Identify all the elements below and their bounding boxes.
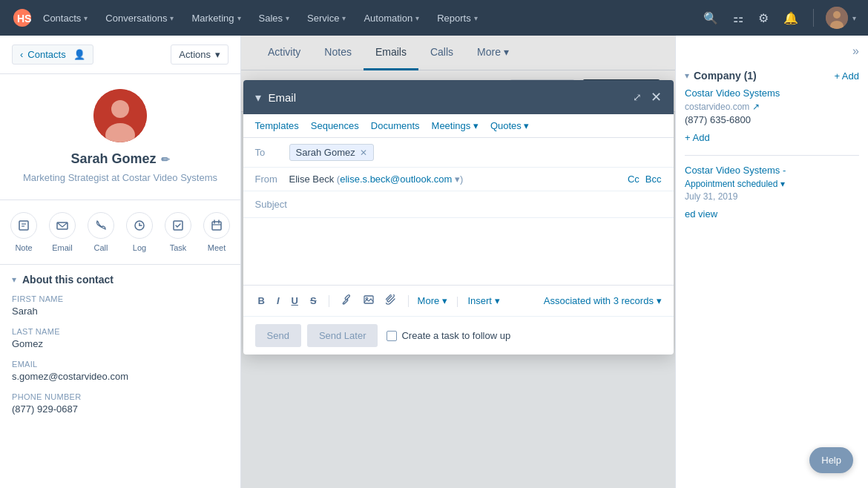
left-sidebar: ‹ Contacts 👤 Actions ▾ Sarah Gomez ✏	[0, 36, 241, 488]
automation-chevron-icon: ▾	[415, 14, 419, 22]
modal-toolbar: Templates Sequences Documents Meetings ▾…	[243, 114, 674, 138]
send-later-button[interactable]: Send Later	[307, 324, 378, 347]
marketplace-icon[interactable]: ⚏	[727, 7, 749, 30]
modal-close-icon[interactable]: ✕	[651, 89, 662, 105]
back-to-contacts-button[interactable]: ‹ Contacts 👤	[12, 44, 93, 65]
about-section-toggle[interactable]: ▾ About this contact	[12, 274, 228, 286]
user-menu-chevron-icon: ▾	[852, 14, 856, 22]
follow-up-checkbox[interactable]	[387, 331, 397, 341]
contact-profile: Sarah Gomez ✏ Marketing Strategist at Co…	[0, 74, 240, 200]
nav-contacts[interactable]: Contacts ▾	[36, 8, 95, 28]
remove-recipient-icon[interactable]: ✕	[360, 148, 367, 158]
about-section: ▾ About this contact First name Sarah La…	[0, 265, 240, 434]
call-action-button[interactable]: Call	[88, 212, 114, 252]
meet-action-button[interactable]: Meet	[203, 212, 230, 252]
image-button[interactable]	[361, 293, 377, 309]
format-buttons: B I U S	[255, 293, 538, 309]
nav-service[interactable]: Service ▾	[300, 8, 353, 28]
follow-up-checkbox-label: Create a task to follow up	[387, 330, 510, 341]
first-name-field: First name Sarah	[12, 294, 228, 317]
to-recipient-tag: Sarah Gomez ✕	[289, 144, 374, 161]
external-link-icon[interactable]: ↗	[752, 102, 760, 112]
company-name-link[interactable]: Costar Video Systems	[685, 88, 859, 99]
log-icon	[126, 212, 153, 239]
search-icon[interactable]: 🔍	[697, 7, 724, 30]
nav-marketing[interactable]: Marketing ▾	[184, 8, 248, 28]
from-field: From Elise Beck (elise.s.beck@outlook.co…	[243, 168, 674, 191]
bcc-button[interactable]: Bcc	[645, 174, 662, 185]
email-icon	[49, 212, 76, 239]
nav-conversations[interactable]: Conversations ▾	[98, 8, 181, 28]
link-button[interactable]	[338, 293, 355, 309]
modal-header-right: ⤢ ✕	[633, 89, 662, 105]
deal-section: Costar Video Systems - Appointment sched…	[685, 155, 859, 220]
right-sidebar-header: »	[685, 44, 859, 64]
log-action-button[interactable]: Log	[126, 212, 153, 252]
company-section-header: ▾ Company (1) + Add	[685, 70, 859, 82]
nav-sales[interactable]: Sales ▾	[251, 8, 297, 28]
modal-expand-icon[interactable]: ⤢	[633, 91, 642, 103]
more-format-button[interactable]: More ▾	[418, 295, 447, 306]
back-chevron-icon: ‹	[20, 49, 23, 60]
reports-chevron-icon: ▾	[474, 14, 478, 22]
svg-point-3	[833, 11, 841, 19]
associated-records-button[interactable]: Associated with 3 records ▾	[544, 295, 662, 306]
action-buttons-row: Note Email Call	[0, 200, 240, 265]
sidebar-expand-icon[interactable]: »	[852, 44, 859, 58]
italic-button[interactable]: I	[274, 294, 283, 308]
service-chevron-icon: ▾	[342, 14, 346, 22]
company-phone: (877) 635-6800	[685, 114, 859, 125]
sequences-button[interactable]: Sequences	[311, 120, 359, 131]
settings-icon[interactable]: ⚙	[752, 7, 775, 30]
actions-button[interactable]: Actions ▾	[171, 44, 228, 65]
edit-contact-icon[interactable]: ✏	[161, 154, 170, 165]
company-section-chevron-icon[interactable]: ▾	[685, 70, 689, 81]
center-content: Activity Notes Emails Calls More ▾ Threa…	[241, 36, 675, 488]
task-icon	[165, 212, 191, 239]
company-url: costarvideo.com ↗	[685, 102, 859, 112]
documents-button[interactable]: Documents	[371, 120, 420, 131]
user-avatar[interactable]	[826, 7, 848, 29]
attach-button[interactable]	[383, 293, 399, 309]
bold-button[interactable]: B	[255, 294, 268, 308]
marketing-chevron-icon: ▾	[237, 14, 241, 22]
modal-overlay: ▾ Email ⤢ ✕ Templates Sequences Document…	[241, 36, 675, 488]
task-action-button[interactable]: Task	[165, 212, 191, 252]
meetings-button[interactable]: Meetings ▾	[432, 120, 479, 131]
conversations-chevron-icon: ▾	[170, 14, 174, 22]
sales-chevron-icon: ▾	[286, 14, 289, 22]
phone-field: Phone number (877) 929-0687	[12, 392, 228, 415]
nav-reports[interactable]: Reports ▾	[430, 8, 485, 28]
quotes-button[interactable]: Quotes ▾	[490, 120, 530, 131]
to-field: To Sarah Gomez ✕	[243, 138, 674, 168]
email-action-button[interactable]: Email	[49, 212, 76, 252]
templates-button[interactable]: Templates	[255, 120, 299, 131]
add-association-link[interactable]: + Add	[685, 132, 710, 143]
add-company-link[interactable]: + Add	[834, 70, 859, 82]
svg-point-6	[111, 100, 129, 118]
modal-body: To Sarah Gomez ✕ From Elise Beck (elise.…	[243, 138, 674, 285]
cc-button[interactable]: Cc	[628, 174, 640, 185]
deal-date: July 31, 2019	[685, 191, 859, 202]
email-body-area[interactable]	[243, 218, 674, 285]
modal-format-toolbar: B I U S	[243, 285, 674, 316]
format-separator-1	[329, 295, 329, 307]
insert-button[interactable]: Insert ▾	[467, 295, 499, 306]
about-chevron-icon: ▾	[12, 274, 16, 285]
underline-button[interactable]: U	[289, 294, 301, 308]
nav-automation[interactable]: Automation ▾	[356, 8, 427, 28]
company-section: ▾ Company (1) + Add Costar Video Systems…	[685, 70, 859, 143]
deal-name-link[interactable]: Costar Video Systems -	[685, 165, 859, 176]
modal-collapse-icon[interactable]: ▾	[255, 90, 261, 105]
help-button[interactable]: Help	[809, 447, 853, 473]
send-button[interactable]: Send	[255, 324, 301, 347]
notifications-icon[interactable]: 🔔	[777, 7, 804, 30]
modal-title: Email	[269, 91, 297, 104]
hubspot-logo[interactable]: HS	[12, 7, 33, 28]
strikethrough-button[interactable]: S	[307, 294, 320, 308]
subject-field: Subject	[243, 191, 674, 218]
note-action-button[interactable]: Note	[10, 212, 37, 252]
note-icon	[10, 212, 37, 239]
modal-header-left: ▾ Email	[255, 90, 297, 105]
deal-view-link[interactable]: ed view	[685, 208, 717, 220]
